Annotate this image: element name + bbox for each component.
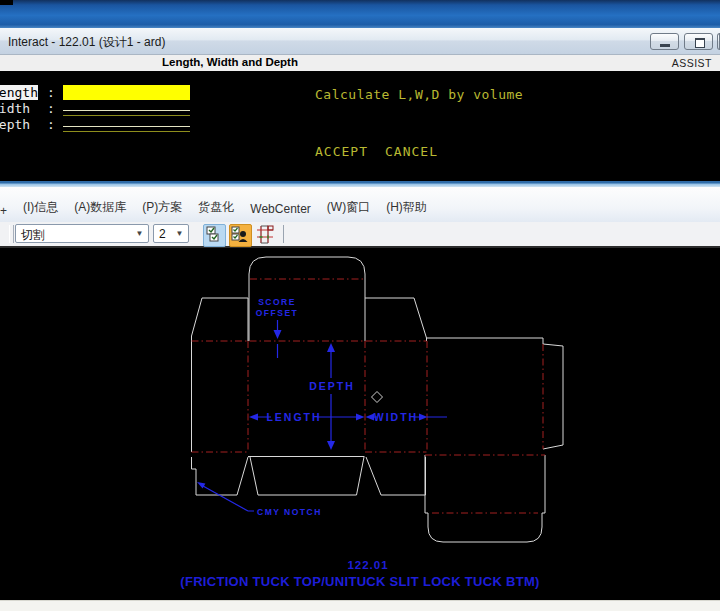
maximize-button[interactable] xyxy=(684,33,713,50)
menu-item-palletize[interactable]: 货盘化 xyxy=(190,197,242,218)
menu-item-window[interactable]: (W)窗口 xyxy=(319,197,378,218)
length-input[interactable] xyxy=(63,85,190,100)
menu-item-clipped[interactable]: + xyxy=(0,204,9,218)
fold-lines xyxy=(192,279,546,513)
layer-combobox-value: 切割 xyxy=(21,227,45,244)
depth-colon: : xyxy=(47,117,55,132)
menu-item-project[interactable]: (P)方案 xyxy=(134,197,190,218)
accept-button[interactable]: ACCEPT xyxy=(315,144,368,159)
aero-title-strip xyxy=(0,0,720,28)
width-label: Width xyxy=(0,101,30,116)
chevron-down-icon[interactable]: ▼ xyxy=(173,228,186,239)
standards-grid-icon xyxy=(255,224,276,245)
minimize-icon xyxy=(660,44,670,47)
drawing-canvas[interactable]: SCORE OFFSET DEPTH LENGTH WIDTH xyxy=(0,248,720,600)
status-strip xyxy=(0,600,720,611)
score-offset-label-line2: OFFSET xyxy=(256,308,299,318)
main-menu-bar: + (I)信息 (A)数据库 (P)方案 货盘化 WebCenter (W)窗口… xyxy=(0,187,720,222)
layer-combobox[interactable]: 切割 ▼ xyxy=(15,224,149,243)
width-input[interactable] xyxy=(63,110,190,116)
window-title: Interact - 122.01 (设计1 - ard) xyxy=(8,34,165,51)
dimension-annotations: SCORE OFFSET DEPTH LENGTH WIDTH xyxy=(197,297,447,517)
toolbar-separator xyxy=(283,225,284,243)
style-number-label: 122.01 xyxy=(347,559,388,571)
cut-lines xyxy=(192,257,564,542)
length-dimension-label: LENGTH xyxy=(266,411,321,423)
toolbar-grip[interactable] xyxy=(9,225,14,243)
scale-combobox-value: 2 xyxy=(159,227,166,241)
depth-input[interactable] xyxy=(63,126,190,132)
dieline-drawing: SCORE OFFSET DEPTH LENGTH WIDTH xyxy=(0,248,720,600)
lwd-dialog: Length : Width : Depth : Calculate L,W,D… xyxy=(0,71,720,181)
screen: Interact - 122.01 (设计1 - ard) Length, Wi… xyxy=(0,0,720,611)
minimize-button[interactable] xyxy=(650,33,679,50)
snap-cursor-diamond xyxy=(372,392,383,403)
standards-button[interactable] xyxy=(255,224,276,245)
score-offset-label-line1: SCORE xyxy=(258,297,296,307)
screen-corner-notch xyxy=(0,0,13,5)
cancel-button[interactable]: CANCEL xyxy=(385,144,438,159)
calculate-by-volume-option[interactable]: Calculate L,W,D by volume xyxy=(315,87,523,102)
scale-combobox[interactable]: 2 ▼ xyxy=(153,224,189,243)
style-name-label: (FRICTION TUCK TOP/UNITUCK SLIT LOCK TUC… xyxy=(180,574,539,589)
menu-item-webcenter[interactable]: WebCenter xyxy=(242,200,318,218)
width-colon: : xyxy=(47,101,55,116)
toolbar: 切割 ▼ 2 ▼ xyxy=(0,222,720,248)
checklist-button[interactable] xyxy=(203,224,226,247)
maximize-icon xyxy=(695,38,705,48)
width-dimension-label: WIDTH xyxy=(374,411,418,423)
assist-menu[interactable]: ASSIST xyxy=(672,57,712,69)
depth-dimension-label: DEPTH xyxy=(309,380,355,392)
database-users-icon xyxy=(230,225,249,244)
checklist-icon xyxy=(204,225,223,244)
length-colon: : xyxy=(47,85,55,100)
chevron-down-icon[interactable]: ▼ xyxy=(133,228,146,239)
notch-annotation-label: CMY NOTCH xyxy=(257,507,322,517)
dialog-caption-bar: Length, Width and Depth ASSIST xyxy=(0,55,720,71)
length-label: Length xyxy=(0,85,38,100)
interact-title-bar: Interact - 122.01 (设计1 - ard) xyxy=(0,28,720,55)
menu-item-info[interactable]: (I)信息 xyxy=(15,197,66,218)
dialog-title: Length, Width and Depth xyxy=(162,56,298,68)
database-info-button[interactable] xyxy=(229,224,252,247)
menu-item-help[interactable]: (H)帮助 xyxy=(378,197,435,218)
menu-item-database[interactable]: (A)数据库 xyxy=(66,197,134,218)
depth-label: Depth xyxy=(0,117,30,132)
